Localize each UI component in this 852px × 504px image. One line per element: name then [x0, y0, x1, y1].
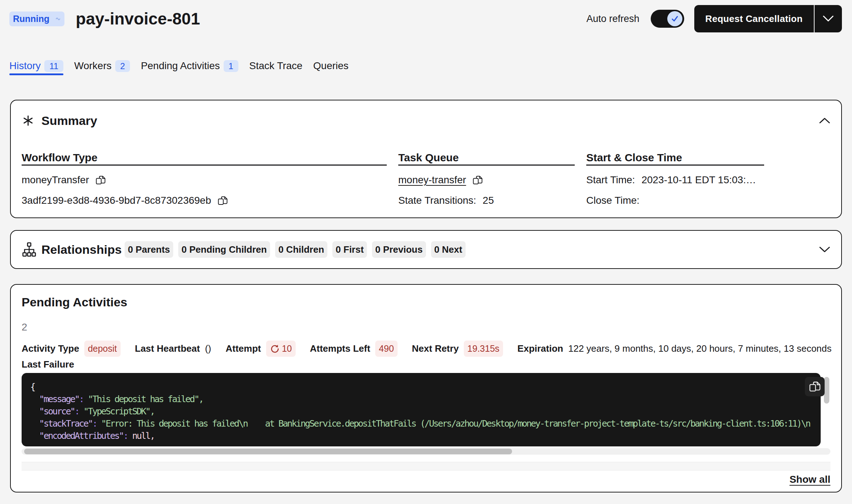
copy-icon	[95, 175, 106, 186]
expiration-attr: Expiration 122 years, 9 months, 10 days,…	[517, 343, 831, 354]
code-line: "encodedAttributes": null,	[30, 430, 821, 442]
status-pulse-icon	[56, 17, 61, 21]
tab-history-label: History	[9, 60, 41, 72]
show-all-row: Show all	[22, 474, 830, 487]
next-retry-attr: Next Retry 19.315s	[412, 341, 503, 357]
page-title: pay-invoice-801	[76, 9, 200, 28]
start-close-time-header: Start & Close Time	[586, 152, 764, 166]
code-colon: :	[92, 418, 101, 429]
relationships-expand-button[interactable]	[819, 246, 830, 253]
relationships-title: Relationships	[41, 242, 122, 257]
code-line: "source": "TypeScriptSDK",	[30, 405, 821, 418]
check-icon	[670, 14, 680, 23]
children-badge: 0 Children	[275, 241, 327, 258]
relationships-card: Relationships 0 Parents 0 Pending Childr…	[10, 230, 842, 269]
request-cancellation-button[interactable]: Request Cancellation	[694, 5, 814, 32]
code-value-source: "TypeScriptSDK",	[84, 406, 154, 417]
activity-type-attr: Activity Type deposit	[22, 341, 121, 357]
auto-refresh-toggle[interactable]	[651, 10, 684, 28]
request-cancellation-split-button: Request Cancellation	[694, 5, 842, 32]
auto-refresh-label: Auto refresh	[587, 13, 640, 24]
code-horizontal-scrollbar-thumb[interactable]	[24, 449, 512, 454]
expiration-label: Expiration	[517, 343, 563, 354]
code-key-source: "source"	[39, 406, 75, 417]
task-queue-row: money-transfer	[398, 174, 575, 186]
copy-icon	[808, 380, 821, 393]
asterisk-icon	[23, 115, 33, 126]
state-transitions-label: State Transitions:	[398, 195, 476, 206]
close-time-row: Close Time:	[586, 195, 764, 206]
tab-bar: History 11 Workers 2 Pending Activities …	[0, 60, 852, 73]
last-failure-area: { "message": "This deposit has failed", …	[22, 373, 830, 446]
workflow-type-value: moneyTransfer	[22, 174, 89, 186]
state-transitions-row: State Transitions: 25	[398, 195, 575, 206]
task-queue-link[interactable]: money-transfer	[398, 174, 466, 186]
code-horizontal-scrollbar[interactable]	[22, 448, 830, 455]
code-vertical-scrollbar-thumb[interactable]	[824, 377, 829, 404]
start-time-row: Start Time: 2023-10-11 EDT 15:03:…	[586, 174, 764, 186]
tab-workers[interactable]: Workers 2	[74, 60, 130, 73]
show-all-link[interactable]: Show all	[789, 474, 830, 485]
code-open-brace: {	[30, 382, 35, 392]
copy-run-id-button[interactable]	[217, 195, 228, 206]
copy-icon	[472, 175, 483, 186]
chevron-down-icon	[819, 246, 830, 253]
task-queue-header: Task Queue	[398, 152, 575, 166]
tab-stack-trace[interactable]: Stack Trace	[249, 60, 302, 73]
next-retry-label: Next Retry	[412, 343, 459, 354]
next-badge: 0 Next	[431, 241, 466, 258]
code-line: {	[30, 381, 821, 393]
start-time-value: 2023-10-11 EDT 15:03:…	[641, 174, 756, 186]
tab-history-count-badge: 11	[44, 60, 63, 72]
code-line: "message": "This deposit has failed",	[30, 393, 821, 405]
last-failure-label: Last Failure	[22, 359, 830, 370]
last-heartbeat-attr: Last Heartbeat ()	[135, 343, 211, 354]
pending-children-badge: 0 Pending Children	[178, 241, 270, 258]
table-row	[22, 462, 830, 471]
request-cancellation-menu-button[interactable]	[814, 5, 842, 32]
code-colon: :	[123, 431, 132, 441]
attempts-left-label: Attempts Left	[310, 343, 371, 354]
summary-collapse-button[interactable]	[819, 117, 830, 124]
summary-card-header: Summary	[22, 113, 830, 128]
activity-type-badge: deposit	[84, 341, 121, 357]
activity-type-label: Activity Type	[22, 343, 79, 354]
auto-refresh-toggle-knob	[667, 11, 682, 26]
previous-badge: 0 Previous	[372, 241, 426, 258]
attempts-left-attr: Attempts Left 490	[310, 341, 398, 357]
last-failure-code-block[interactable]: { "message": "This deposit has failed", …	[22, 373, 821, 446]
summary-column-time: Start & Close Time Start Time: 2023-10-1…	[586, 152, 764, 206]
workflow-type-row: moneyTransfer	[22, 174, 387, 186]
tab-pending-activities[interactable]: Pending Activities 1	[141, 60, 238, 73]
copy-code-button[interactable]	[805, 377, 825, 396]
pending-activities-card: Pending Activities 2 Activity Type depos…	[10, 284, 842, 492]
status-badge-label: Running	[13, 14, 49, 24]
status-badge[interactable]: Running	[9, 12, 64, 26]
code-colon: :	[79, 394, 88, 404]
code-key-stack-trace: "stackTrace"	[39, 418, 93, 429]
copy-workflow-type-button[interactable]	[95, 175, 106, 186]
attempts-left-badge: 490	[375, 341, 398, 357]
tab-workers-label: Workers	[74, 60, 112, 72]
tab-stack-trace-label: Stack Trace	[249, 60, 302, 72]
expiration-value: 122 years, 9 months, 10 days, 20 hours, …	[568, 343, 831, 354]
attempt-label: Attempt	[225, 343, 261, 354]
tab-pending-activities-count-badge: 1	[224, 60, 238, 72]
last-heartbeat-label: Last Heartbeat	[135, 343, 200, 354]
code-value-stack-trace: "Error: This deposit has failed\n at Ban…	[101, 418, 810, 429]
code-value-message: "This deposit has failed",	[88, 394, 203, 404]
pending-activities-count: 2	[22, 321, 830, 333]
copy-task-queue-button[interactable]	[472, 175, 483, 186]
pending-activities-title: Pending Activities	[22, 295, 830, 309]
code-key-message: "message"	[39, 394, 79, 404]
tab-queries[interactable]: Queries	[313, 60, 349, 73]
attempt-badge: 10	[266, 341, 296, 357]
pending-activity-attributes: Activity Type deposit Last Heartbeat () …	[22, 340, 830, 357]
next-retry-badge: 19.315s	[464, 341, 503, 357]
retry-icon	[270, 344, 279, 354]
first-badge: 0 First	[332, 241, 367, 258]
summary-column-workflow-type: Workflow Type moneyTransfer 3adf2199-e3d…	[22, 152, 387, 206]
code-line: "stackTrace": "Error: This deposit has f…	[30, 418, 821, 430]
code-key-encoded-attributes: "encodedAttributes"	[39, 431, 124, 441]
tab-history[interactable]: History 11	[9, 60, 63, 73]
